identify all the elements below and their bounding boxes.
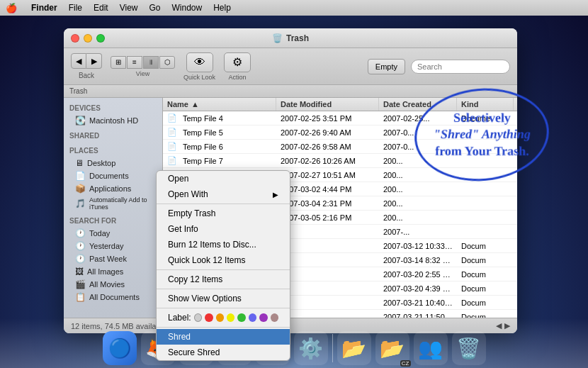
ctx-secure-shred[interactable]: Secure Shred: [157, 345, 290, 360]
dock-finder[interactable]: 🔵: [103, 331, 137, 365]
sidebar-desktop-label: Desktop: [87, 159, 115, 167]
today-icon: 🕐: [75, 228, 86, 238]
quicklook-button[interactable]: 👁: [186, 52, 213, 72]
menu-file[interactable]: File: [69, 3, 82, 13]
label-dot-green[interactable]: [237, 313, 245, 322]
menu-help[interactable]: Help: [213, 3, 231, 13]
sidebar-item-allimages[interactable]: 🖼 All Images: [64, 265, 162, 278]
menu-window[interactable]: Window: [172, 3, 203, 13]
file-kind-cell: [457, 216, 514, 219]
empty-button[interactable]: Empty: [368, 59, 405, 74]
file-icon: 📄: [167, 142, 177, 151]
dock-trash[interactable]: 🗑️: [452, 331, 486, 365]
dock-stack1[interactable]: 📂: [337, 331, 371, 365]
shared-section: SHARED: [64, 128, 162, 143]
view-list-btn[interactable]: ≡: [127, 56, 142, 69]
sidebar-item-applications[interactable]: 📦 Applications: [64, 182, 162, 195]
file-modified-cell: 2007-03-05 2:16 PM: [276, 212, 379, 223]
title-bar: 🗑️ Trash: [64, 28, 517, 48]
search-input[interactable]: [411, 60, 510, 74]
ctx-open[interactable]: Open: [157, 171, 290, 186]
file-modified-cell: 2007-02-25 3:51 PM: [276, 113, 379, 124]
sidebar-item-today[interactable]: 🕐 Today: [64, 227, 162, 240]
ctx-copy[interactable]: Copy 12 Items: [157, 272, 290, 287]
view-icon-btn[interactable]: ⊞: [111, 56, 126, 69]
file-modified-cell: [276, 259, 379, 262]
sidebar-item-itunes[interactable]: 🎵 Automatically Add to iTunes: [64, 195, 162, 212]
context-menu: Open Open With ▶ Empty Trash Get Info Bu…: [156, 170, 290, 361]
label-dot-red[interactable]: [205, 313, 213, 322]
sidebar-allimages-label: All Images: [87, 267, 123, 276]
stack2-icon: 📂: [380, 337, 405, 360]
ctx-shred[interactable]: Shred: [157, 329, 290, 345]
window-title: 🗑️ Trash: [272, 33, 309, 43]
sidebar-item-allmovies[interactable]: 🎬 All Movies: [64, 278, 162, 291]
file-created-cell: 2007-...: [379, 226, 457, 238]
ctx-label-row: Label:: [157, 310, 290, 325]
file-icon: 📄: [167, 156, 177, 165]
path-text: Trash: [69, 87, 87, 95]
view-label: View: [136, 70, 149, 77]
menu-go[interactable]: Go: [149, 3, 161, 13]
sidebar-item-documents[interactable]: 📄 Documents: [64, 169, 162, 182]
label-dot-yellow[interactable]: [227, 313, 234, 322]
dock-stack2[interactable]: 📂 CZ: [375, 331, 409, 365]
label-dot-blue[interactable]: [249, 313, 256, 322]
search-section: SEARCH FOR 🕐 Today 🕐 Yesterday 🕐 Past We…: [64, 213, 162, 305]
apple-menu[interactable]: 🍎: [6, 3, 17, 13]
menu-edit[interactable]: Edit: [94, 3, 108, 13]
movies-icon: 🎬: [75, 279, 86, 289]
file-created-cell: 2007-03-12 10:33 AM: [379, 240, 457, 252]
file-modified-cell: 2007-02-26 10:26 AM: [276, 155, 379, 167]
close-button[interactable]: [71, 34, 79, 43]
dock-sysprefs[interactable]: ⚙️: [294, 331, 328, 365]
sidebar-macintosh-label: Macintosh HD: [89, 116, 138, 125]
view-section: ⊞ ≡ ⫴ ⬡ View: [111, 56, 175, 77]
col-header-modified[interactable]: Date Modified: [276, 98, 379, 111]
nav-buttons: ◀ ▶: [71, 53, 102, 69]
menu-view[interactable]: View: [120, 3, 138, 13]
ctx-quicklook[interactable]: Quick Look 12 Items: [157, 252, 290, 268]
ctx-burn[interactable]: Burn 12 Items to Disc...: [157, 237, 290, 252]
label-dot-none[interactable]: [194, 313, 203, 322]
sidebar-item-desktop[interactable]: 🖥 Desktop: [64, 157, 162, 169]
file-modified-cell: [276, 316, 379, 318]
ctx-get-info[interactable]: Get Info: [157, 221, 290, 237]
forward-button[interactable]: ▶: [86, 53, 102, 69]
col-header-name[interactable]: Name ▲: [163, 98, 276, 111]
dock: 🔵 🦊 📝 🎵 📱 ⚙️ 📂 📂 CZ 👥 🗑️: [0, 318, 588, 368]
sidebar-item-alldocs[interactable]: 📋 All Documents: [64, 291, 162, 303]
label-dot-purple[interactable]: [259, 313, 267, 322]
stack1-icon: 📂: [341, 337, 366, 360]
back-button[interactable]: ◀: [71, 53, 86, 69]
view-coverflow-btn[interactable]: ⬡: [159, 56, 175, 69]
view-column-btn[interactable]: ⫴: [143, 56, 159, 69]
ctx-divider-5: [157, 327, 290, 328]
file-kind-cell: Docum: [457, 283, 514, 294]
images-icon: 🖼: [75, 267, 84, 277]
dock-people[interactable]: 👥: [414, 331, 448, 365]
label-dot-orange[interactable]: [216, 313, 224, 322]
disk-icon: 💽: [75, 116, 86, 126]
file-name-cell: 📄Temp File 6: [163, 140, 276, 152]
menu-finder[interactable]: Finder: [31, 3, 57, 13]
ctx-empty-trash[interactable]: Empty Trash: [157, 206, 290, 221]
finder-icon: 🔵: [108, 338, 131, 359]
ctx-open-with[interactable]: Open With ▶: [157, 186, 290, 202]
callout-line3: from Your Trash.: [435, 144, 529, 158]
file-created-cell: 200...: [379, 184, 457, 195]
sysprefs-icon: ⚙️: [298, 337, 323, 360]
sidebar-item-pastweek[interactable]: 🕐 Past Week: [64, 252, 162, 265]
minimize-button[interactable]: [84, 34, 92, 43]
file-created-cell: 200...: [379, 212, 457, 223]
documents-icon: 📄: [75, 171, 86, 181]
action-button[interactable]: ⚙: [224, 52, 251, 72]
file-name-cell: 📄Temp File 4: [163, 112, 276, 124]
maximize-button[interactable]: [96, 34, 105, 43]
label-dot-gray[interactable]: [271, 313, 278, 322]
search-header: SEARCH FOR: [64, 215, 162, 227]
sidebar-item-macintosh[interactable]: 💽 Macintosh HD: [64, 114, 162, 127]
ctx-view-options[interactable]: Show View Options: [157, 291, 290, 306]
sidebar-item-yesterday[interactable]: 🕐 Yesterday: [64, 240, 162, 252]
shared-header: SHARED: [64, 130, 162, 142]
